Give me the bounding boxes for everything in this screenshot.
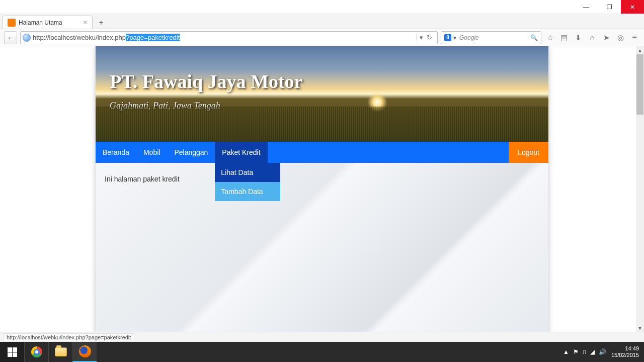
search-placeholder: Google	[459, 34, 479, 41]
reader-icon[interactable]: ◎	[615, 32, 626, 43]
home-icon[interactable]: ⌂	[587, 32, 598, 43]
globe-icon	[23, 34, 31, 42]
back-button[interactable]: ←	[4, 31, 17, 44]
minimize-button[interactable]: —	[575, 0, 598, 14]
refresh-button[interactable]: ▾ ↻	[416, 34, 435, 41]
url-text-plain: http://localhost/webku/index.php	[33, 34, 126, 41]
window-titlebar: — ❐ ✕	[0, 0, 644, 14]
tab-close-button[interactable]: ×	[78, 19, 87, 26]
new-tab-button[interactable]: +	[95, 17, 108, 29]
search-engine-icon: 8	[444, 34, 451, 41]
clipboard-icon[interactable]: ▤	[558, 32, 570, 43]
menu-icon[interactable]: ≡	[629, 32, 640, 43]
close-button[interactable]: ✕	[621, 0, 644, 14]
browser-tabstrip: Halaman Utama × +	[0, 14, 644, 29]
url-text-selected: ?page=paketkredit	[126, 34, 180, 41]
send-icon[interactable]: ➤	[601, 32, 612, 43]
search-arrow-icon[interactable]: ▾	[453, 34, 456, 41]
search-input[interactable]: 8 ▾ Google 🔍	[441, 31, 541, 44]
tab-title: Halaman Utama	[19, 19, 62, 26]
url-input[interactable]: http://localhost/webku/index.php?page=pa…	[20, 31, 438, 44]
favicon-icon	[8, 19, 16, 27]
browser-tab[interactable]: Halaman Utama ×	[2, 16, 93, 29]
downloads-icon[interactable]: ⬇	[573, 32, 584, 43]
search-go-icon[interactable]: 🔍	[530, 34, 538, 41]
maximize-button[interactable]: ❐	[598, 0, 621, 14]
bookmark-star-icon[interactable]: ☆	[544, 32, 555, 43]
url-toolbar: ← http://localhost/webku/index.php?page=…	[0, 29, 644, 46]
